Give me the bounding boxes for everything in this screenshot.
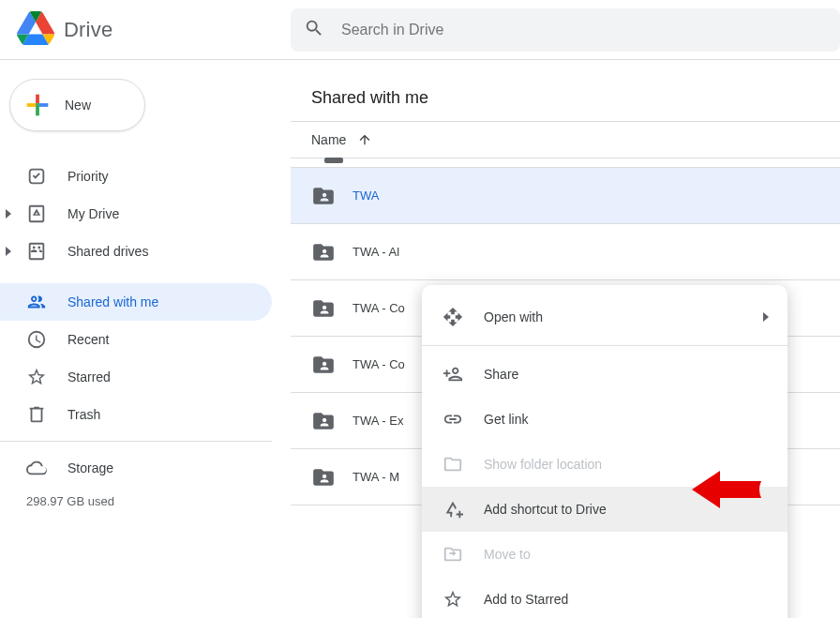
search-bar[interactable] [291, 8, 840, 52]
folder-icon [442, 454, 463, 475]
shared-folder-icon [311, 184, 336, 208]
submenu-chevron-icon [763, 312, 769, 322]
priority-icon [26, 166, 47, 187]
storage-used-text: 298.97 GB used [0, 494, 272, 508]
new-button-label: New [65, 98, 91, 113]
sidebar-item-my-drive[interactable]: My Drive [0, 195, 272, 233]
file-name: TWA - Ex [352, 414, 403, 428]
ctx-label: Open with [484, 309, 543, 324]
file-row[interactable]: TWA - Al [291, 224, 840, 280]
shared-folder-icon [311, 465, 336, 490]
storage-icon [26, 458, 47, 478]
page-title: Shared with me [291, 60, 840, 121]
sidebar-item-starred[interactable]: Starred [0, 358, 272, 396]
file-name: TWA - Co [352, 301, 405, 315]
expand-icon[interactable] [6, 209, 11, 219]
ctx-move-to: Move to [422, 532, 788, 577]
search-input[interactable] [341, 22, 771, 38]
shared-folder-icon [311, 240, 336, 264]
add-shortcut-icon [442, 499, 463, 520]
ctx-add-to-starred[interactable]: Add to Starred [422, 577, 788, 618]
column-header[interactable]: Name [291, 121, 840, 158]
shared-drives-icon [26, 241, 47, 262]
link-icon [442, 409, 463, 430]
expand-icon[interactable] [6, 247, 11, 256]
person-add-icon [442, 364, 463, 384]
annotation-arrow [692, 467, 761, 515]
ctx-label: Move to [484, 547, 531, 562]
new-button[interactable]: New [9, 79, 145, 131]
sidebar-item-label: My Drive [68, 206, 119, 221]
file-row[interactable]: TWA [291, 168, 840, 224]
sidebar-item-label: Shared with me [68, 294, 158, 309]
sidebar-item-label: Storage [68, 460, 113, 475]
file-name: TWA - Al [352, 245, 399, 259]
drive-logo-icon [17, 9, 54, 50]
context-menu: Open with Share Get link Show folder loc… [422, 285, 788, 618]
sidebar-item-priority[interactable]: Priority [0, 158, 272, 195]
plus-icon [22, 89, 53, 121]
shared-folder-icon [311, 353, 336, 377]
file-name: TWA - M [352, 470, 399, 484]
ctx-divider [422, 345, 788, 346]
brand-name: Drive [64, 18, 112, 42]
shared-with-me-icon [26, 292, 47, 312]
sidebar-item-shared-with-me[interactable]: Shared with me [0, 283, 272, 321]
ctx-label: Add to Starred [484, 592, 568, 607]
ctx-label: Add shortcut to Drive [484, 502, 607, 517]
trash-icon [26, 404, 47, 425]
sidebar-item-trash[interactable]: Trash [0, 396, 272, 433]
sidebar-item-storage[interactable]: Storage [0, 449, 272, 487]
sidebar-item-recent[interactable]: Recent [0, 321, 272, 358]
sidebar-item-label: Trash [68, 407, 100, 422]
ctx-get-link[interactable]: Get link [422, 397, 788, 442]
recent-icon [26, 329, 47, 350]
sidebar-item-label: Shared drives [68, 244, 148, 259]
ctx-label: Get link [484, 412, 528, 427]
ctx-label: Share [484, 367, 518, 382]
star-outline-icon [442, 589, 463, 610]
ctx-open-with[interactable]: Open with [422, 294, 788, 339]
column-name-label: Name [311, 132, 346, 147]
brand-area[interactable]: Drive [0, 9, 291, 50]
starred-icon [26, 367, 47, 387]
arrow-up-icon [357, 132, 372, 147]
my-drive-icon [26, 203, 47, 224]
sidebar-divider [0, 441, 272, 442]
truncated-row-indicator [291, 158, 840, 168]
open-with-icon [442, 307, 463, 327]
sidebar-item-label: Priority [68, 169, 109, 184]
sidebar-item-shared-drives[interactable]: Shared drives [0, 233, 272, 270]
file-name: TWA - Co [352, 357, 405, 371]
file-name: TWA [352, 188, 379, 203]
shared-folder-icon [311, 409, 336, 433]
move-to-icon [442, 544, 463, 565]
ctx-share[interactable]: Share [422, 352, 788, 397]
search-icon [304, 18, 324, 41]
ctx-label: Show folder location [484, 457, 602, 472]
sidebar-item-label: Recent [68, 332, 109, 347]
shared-folder-icon [311, 296, 336, 321]
sidebar-item-label: Starred [68, 369, 111, 384]
